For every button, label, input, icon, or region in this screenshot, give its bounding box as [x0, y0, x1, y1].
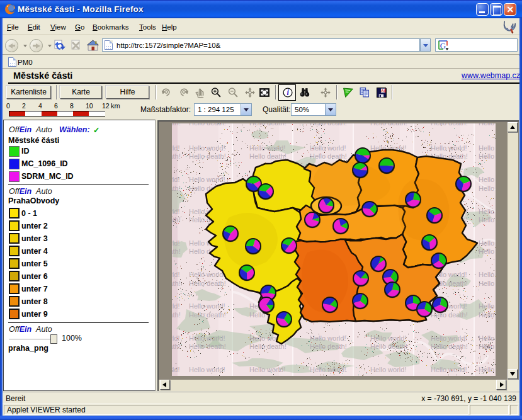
svg-text:Hello death!: Hello death!: [479, 152, 496, 160]
svg-text:Hello world!: Hello world!: [172, 271, 179, 278]
svg-text:Hello death!: Hello death!: [479, 247, 496, 255]
svg-text:Hello world!: Hello world!: [370, 334, 406, 342]
svg-text:G: G: [440, 41, 446, 50]
svg-text:Hello world!: Hello world!: [479, 239, 496, 247]
svg-text:Hello world!: Hello world!: [479, 208, 496, 215]
svg-text:Hello death!: Hello death!: [479, 123, 496, 127]
svg-text:Hello death!: Hello death!: [479, 343, 496, 350]
svg-text:Hello death!: Hello death!: [189, 343, 226, 350]
svg-text:Hello world!: Hello world!: [479, 144, 496, 152]
svg-text:Hello death!: Hello death!: [370, 375, 407, 376]
svg-text:Hello death!: Hello death!: [310, 152, 347, 160]
svg-text:Hello world!: Hello world!: [172, 239, 179, 247]
svg-text:Hello world!: Hello world!: [172, 176, 179, 183]
svg-text:Hello death!: Hello death!: [431, 343, 468, 350]
svg-text:A:: A:: [381, 89, 385, 93]
svg-text:Hello world!: Hello world!: [479, 271, 496, 278]
svg-text:Hello death!: Hello death!: [172, 247, 181, 255]
svg-text:Hello world!: Hello world!: [172, 334, 179, 342]
svg-text:Hello world!: Hello world!: [310, 366, 346, 373]
svg-text:Hello death!: Hello death!: [172, 152, 181, 160]
svg-text:Hello death!: Hello death!: [172, 375, 181, 376]
svg-text:Hello world!: Hello world!: [189, 144, 225, 152]
svg-text:Hello death!: Hello death!: [189, 152, 226, 160]
svg-text:Hello death!: Hello death!: [172, 123, 181, 127]
svg-text:Hello death!: Hello death!: [479, 184, 496, 192]
svg-text:Hello world!: Hello world!: [189, 302, 225, 310]
svg-text:Hello death!: Hello death!: [172, 311, 181, 319]
svg-text:Hello world!: Hello world!: [310, 334, 346, 342]
svg-text:Hello world!: Hello world!: [431, 366, 467, 373]
svg-text:Hello death!: Hello death!: [172, 216, 181, 224]
svg-text:Hello death!: Hello death!: [172, 280, 181, 287]
svg-text:Hello world!: Hello world!: [172, 208, 179, 215]
svg-text:Hello world!: Hello world!: [310, 144, 346, 152]
svg-text:Hello death!: Hello death!: [249, 375, 287, 376]
svg-text:Hello death!: Hello death!: [479, 216, 496, 224]
svg-text:Hello world!: Hello world!: [479, 366, 496, 373]
svg-text:Hello death!: Hello death!: [370, 343, 407, 350]
svg-text:Hello world!: Hello world!: [249, 366, 285, 373]
svg-text:Hello death!: Hello death!: [431, 375, 468, 376]
svg-text:Hello world!: Hello world!: [172, 366, 179, 373]
svg-text:Hello death!: Hello death!: [431, 123, 468, 127]
svg-text:Hello world!: Hello world!: [479, 176, 496, 183]
svg-text:Hello world!: Hello world!: [189, 176, 225, 183]
svg-text:Hello world!: Hello world!: [189, 334, 225, 342]
svg-text:Hello death!: Hello death!: [189, 311, 226, 319]
svg-text:Hello death!: Hello death!: [172, 343, 181, 350]
svg-text:Hello world!: Hello world!: [431, 144, 467, 152]
svg-text:Hello death!: Hello death!: [479, 311, 496, 319]
svg-text:Hello world!: Hello world!: [189, 271, 225, 278]
svg-text:Hello world!: Hello world!: [370, 366, 406, 373]
svg-text:Hello death!: Hello death!: [189, 375, 226, 376]
svg-text:Hello world!: Hello world!: [431, 334, 467, 342]
svg-text:Hello world!: Hello world!: [479, 302, 496, 310]
svg-text:Hello death!: Hello death!: [479, 375, 496, 376]
svg-text:Hello death!: Hello death!: [249, 123, 287, 127]
svg-text:Hello death!: Hello death!: [189, 280, 226, 287]
svg-text:Hello death!: Hello death!: [310, 123, 347, 127]
svg-text:Hello death!: Hello death!: [249, 152, 287, 160]
svg-text:Hello death!: Hello death!: [172, 184, 181, 192]
svg-text:Hello world!: Hello world!: [479, 334, 496, 342]
svg-text:Hello death!: Hello death!: [310, 343, 347, 350]
svg-text:Hello death!: Hello death!: [370, 123, 407, 127]
svg-text:Hello world!: Hello world!: [172, 302, 179, 310]
svg-text:Hello world!: Hello world!: [172, 144, 179, 152]
svg-text:Hello death!: Hello death!: [189, 123, 226, 127]
svg-text:Hello death!: Hello death!: [479, 280, 496, 287]
svg-text:Hello death!: Hello death!: [310, 375, 347, 376]
svg-text:Hello world!: Hello world!: [249, 144, 285, 152]
svg-text:Hello world!: Hello world!: [189, 366, 225, 373]
